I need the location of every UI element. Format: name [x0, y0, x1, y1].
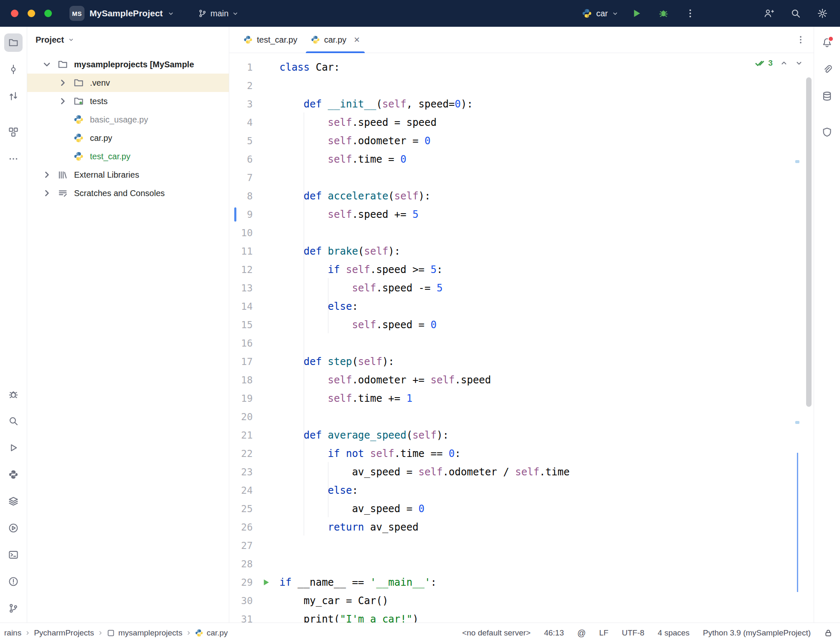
- status-interpreter[interactable]: Python 3.9 (mySampleProject): [703, 628, 811, 638]
- commit-tool-button[interactable]: [4, 60, 23, 79]
- tree-item-tests[interactable]: tests: [27, 92, 229, 110]
- run-button[interactable]: [628, 5, 645, 22]
- code-line[interactable]: 3 def __init__(self, speed=0):: [229, 95, 814, 113]
- code-line[interactable]: 25 av_speed = 0: [229, 500, 814, 518]
- project-panel-title[interactable]: Project: [36, 35, 64, 45]
- pull-requests-tool-button[interactable]: [4, 87, 23, 105]
- code-line[interactable]: 13 self.speed -= 5: [229, 279, 814, 297]
- breadcrumb-item[interactable]: mysampleprojects: [107, 628, 182, 638]
- tree-item-basic-usage[interactable]: basic_usage.py: [27, 110, 229, 129]
- code-line[interactable]: 6 self.time = 0: [229, 150, 814, 168]
- branch-widget[interactable]: main: [198, 9, 238, 18]
- code-line[interactable]: 2: [229, 77, 814, 95]
- chevron-down-icon[interactable]: [68, 37, 74, 43]
- code-line[interactable]: 29if __name__ == '__main__':: [229, 573, 814, 592]
- tree-item-test-car[interactable]: test_car.py: [27, 147, 229, 166]
- structure-tool-button[interactable]: [4, 123, 23, 141]
- code-line[interactable]: 5 self.odometer = 0: [229, 132, 814, 150]
- more-actions-button[interactable]: [682, 5, 699, 22]
- code-line[interactable]: 7: [229, 168, 814, 187]
- code-line[interactable]: 8 def accelerate(self):: [229, 187, 814, 205]
- error-stripe-mark[interactable]: [795, 421, 799, 424]
- chevron-right-icon[interactable]: [56, 94, 70, 108]
- code-line[interactable]: 26 return av_speed: [229, 518, 814, 536]
- settings-button[interactable]: [814, 5, 831, 22]
- prev-problem-chevron-up-icon[interactable]: [780, 59, 788, 67]
- code-line[interactable]: 19 self.time += 1: [229, 389, 814, 408]
- services-tool-button[interactable]: [4, 492, 23, 510]
- status-line-separator[interactable]: LF: [599, 628, 608, 638]
- close-icon[interactable]: ×: [354, 35, 360, 45]
- tree-item-scratches[interactable]: Scratches and Consoles: [27, 184, 229, 202]
- code-line[interactable]: 21 def average_speed(self):: [229, 426, 814, 444]
- run-config-selector[interactable]: car: [582, 8, 618, 18]
- chevron-right-icon[interactable]: [40, 168, 54, 182]
- tree-item-car[interactable]: car.py: [27, 129, 229, 147]
- run-anything-tool-button[interactable]: [4, 519, 23, 537]
- code-line[interactable]: 22 if not self.time == 0:: [229, 444, 814, 463]
- project-widget[interactable]: MS MySampleProject: [69, 6, 174, 21]
- code-line[interactable]: 18 self.odometer += self.speed: [229, 371, 814, 389]
- project-tool-button[interactable]: [4, 33, 23, 52]
- code-line[interactable]: 24 else:: [229, 481, 814, 500]
- code-line[interactable]: 16: [229, 334, 814, 352]
- close-window-button[interactable]: [11, 10, 18, 17]
- problems-tool-button[interactable]: [4, 572, 23, 591]
- terminal-tool-button[interactable]: [4, 546, 23, 564]
- chevron-right-icon[interactable]: [56, 76, 70, 90]
- run-line-icon[interactable]: [262, 578, 270, 587]
- code-line[interactable]: 1class Car:: [229, 58, 814, 77]
- code-line[interactable]: 11 def brake(self):: [229, 242, 814, 260]
- error-stripe-mark[interactable]: [795, 160, 799, 163]
- tab-car[interactable]: car.py×: [304, 27, 366, 53]
- breadcrumb-item[interactable]: PycharmProjects: [34, 628, 94, 638]
- tab-options-kebab-icon[interactable]: [796, 35, 805, 44]
- inspections-widget[interactable]: 3: [755, 58, 803, 68]
- coverage-tool-button[interactable]: [818, 123, 836, 141]
- tab-test-car[interactable]: test_car.py: [237, 27, 304, 53]
- code-line[interactable]: 27: [229, 536, 814, 555]
- code-line[interactable]: 10: [229, 224, 814, 242]
- at-icon[interactable]: @: [577, 628, 586, 638]
- breadcrumb-item[interactable]: rains: [4, 628, 21, 638]
- code-line[interactable]: 4 self.speed = speed: [229, 113, 814, 132]
- attachments-tool-button[interactable]: [818, 60, 836, 79]
- code-with-me-button[interactable]: [761, 5, 777, 22]
- code-line[interactable]: 15 self.speed = 0: [229, 316, 814, 334]
- run-tool-button[interactable]: [4, 439, 23, 457]
- debug-tool-button[interactable]: [4, 385, 23, 403]
- next-problem-chevron-down-icon[interactable]: [795, 59, 803, 67]
- python-console-tool-button[interactable]: [4, 465, 23, 484]
- tree-item-venv[interactable]: .venv: [27, 74, 229, 92]
- vcs-stripe-mark[interactable]: [797, 453, 798, 592]
- notifications-tool-button[interactable]: [818, 33, 836, 52]
- chevron-right-icon[interactable]: [40, 186, 54, 200]
- more-tool-windows-tool-button[interactable]: [4, 150, 23, 168]
- code-line[interactable]: 12 if self.speed >= 5:: [229, 260, 814, 279]
- code-line[interactable]: 31 print("I'm a car!"): [229, 610, 814, 623]
- version-control-tool-button[interactable]: [4, 599, 23, 617]
- code-line[interactable]: 14 else:: [229, 297, 814, 316]
- code-line[interactable]: 23 av_speed = self.odometer / self.time: [229, 463, 814, 481]
- status-encoding[interactable]: UTF-8: [622, 628, 644, 638]
- lock-icon[interactable]: [824, 629, 832, 637]
- breadcrumb-item[interactable]: car.py: [195, 628, 228, 638]
- chevron-down-icon[interactable]: [40, 57, 54, 71]
- code-line[interactable]: 20: [229, 408, 814, 426]
- code-line[interactable]: 9 self.speed += 5: [229, 205, 814, 224]
- editor-scrollbar[interactable]: [806, 77, 812, 407]
- debug-button[interactable]: [655, 5, 672, 22]
- find-tool-button[interactable]: [4, 412, 23, 430]
- minimize-window-button[interactable]: [28, 10, 35, 17]
- code-line[interactable]: 30 my_car = Car(): [229, 592, 814, 610]
- code-line[interactable]: 17 def step(self):: [229, 352, 814, 371]
- status-indent[interactable]: 4 spaces: [658, 628, 689, 638]
- tree-item-root[interactable]: mysampleprojects [MySample: [27, 55, 229, 74]
- search-everywhere-button[interactable]: [787, 5, 804, 22]
- database-tool-button[interactable]: [818, 87, 836, 105]
- status-caret-position[interactable]: 46:13: [544, 628, 564, 638]
- zoom-window-button[interactable]: [44, 10, 52, 17]
- code-line[interactable]: 28: [229, 555, 814, 573]
- status-server[interactable]: <no default server>: [462, 628, 531, 638]
- tree-item-external-libraries[interactable]: External Libraries: [27, 166, 229, 184]
